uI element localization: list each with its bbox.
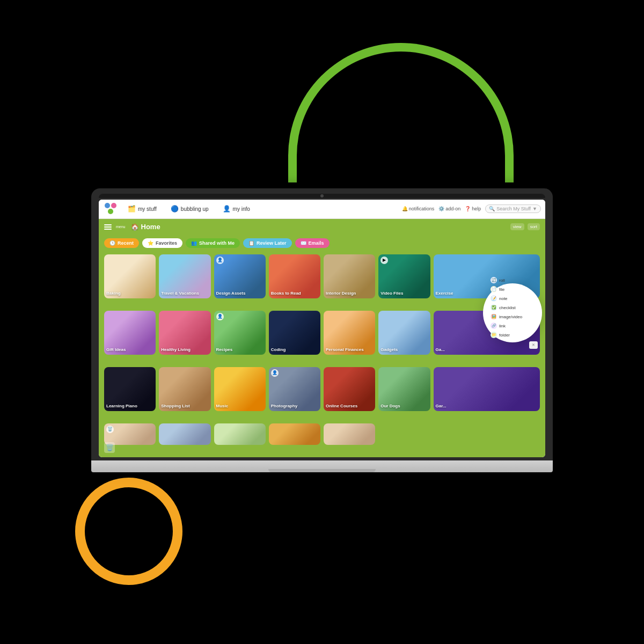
context-note[interactable]: 📝 note: [489, 295, 509, 302]
tile-coding-label: Coding: [271, 347, 318, 353]
notifications-icon: 🔔: [402, 206, 408, 211]
context-file[interactable]: 📄 file: [489, 286, 506, 293]
tile-online-label: Online Courses: [326, 404, 373, 409]
note-icon: 📝: [491, 295, 497, 302]
emails-label: Emails: [309, 240, 324, 246]
context-folder[interactable]: 📁 folder: [489, 331, 511, 339]
nav-tab-my-info[interactable]: 👤 my info: [218, 203, 254, 214]
image-video-icon: 🖼️: [491, 313, 497, 320]
tile-interior[interactable]: Interior Design: [324, 254, 375, 298]
tile-design[interactable]: 👤 Design Assets: [214, 254, 266, 298]
app-logo[interactable]: [103, 201, 118, 216]
tile-gaming2[interactable]: Gar...: [434, 367, 540, 411]
menu-label: menu: [116, 225, 126, 229]
view-button[interactable]: view: [510, 223, 524, 230]
shared-label: Shared with Me: [199, 240, 235, 246]
laptop: 🗂️ my stuff 🔵 bubbling up 👤 my info: [91, 188, 553, 472]
add-on-icon: ⚙️: [438, 206, 444, 211]
svg-point-0: [105, 203, 110, 208]
app-ui: 🗂️ my stuff 🔵 bubbling up 👤 my info: [99, 200, 545, 457]
filter-favorites[interactable]: ⭐ Favorites: [142, 238, 182, 248]
video-badge: ▶: [380, 257, 388, 264]
tile-travel[interactable]: Travel & Vacations: [159, 254, 210, 298]
tile-online[interactable]: Online Courses: [324, 367, 375, 411]
tile-misc5[interactable]: [324, 423, 375, 445]
tile-healthy[interactable]: Healthy Living: [159, 311, 210, 355]
filter-review[interactable]: 📋 Review Later: [243, 238, 292, 248]
close-icon: ✕: [530, 342, 537, 348]
notifications-label: notifications: [409, 206, 435, 211]
tile-books-label: Books to Read: [271, 291, 318, 296]
tile-baking[interactable]: Baking: [104, 254, 156, 298]
tile-music[interactable]: Music: [214, 367, 266, 411]
link-icon: 🔗: [491, 323, 497, 329]
filter-recent[interactable]: 🕒 Recent: [104, 238, 139, 248]
checklist-label: checklist: [499, 305, 516, 310]
context-close[interactable]: ✕: [529, 341, 538, 349]
home-label: Home: [141, 223, 160, 231]
roll-icon: 🔄: [491, 277, 497, 283]
help-icon: ❓: [465, 206, 471, 211]
my-info-icon: 👤: [223, 205, 231, 213]
review-icon: 📋: [248, 240, 254, 246]
tile-coding[interactable]: Coding: [269, 311, 320, 355]
sort-button[interactable]: sort: [528, 223, 540, 230]
tile-dogs[interactable]: Our Dogs: [378, 367, 430, 411]
tile-piano-label: Learning Piano: [106, 404, 153, 409]
help-label: help: [472, 206, 481, 211]
tile-books[interactable]: Books to Read: [269, 254, 320, 298]
design-badge: 👤: [216, 257, 224, 264]
tile-gadgets[interactable]: Gadgets: [378, 311, 430, 355]
filter-shared[interactable]: 👥 Shared with Me: [186, 238, 240, 248]
nav-tab-my-info-label: my info: [233, 206, 250, 212]
search-dropdown-icon: ▼: [532, 206, 537, 211]
menu-button[interactable]: [104, 224, 112, 230]
context-image-video[interactable]: 🖼️ image/video: [489, 313, 523, 320]
delete-icon[interactable]: 🗑️: [104, 442, 115, 453]
image-video-label: image/video: [499, 314, 522, 319]
context-roll[interactable]: 🔄 roll: [489, 276, 506, 284]
context-menu: 🔄 roll 📄 file 📝 note: [483, 283, 542, 342]
tile-finance-label: Personal Finances: [326, 347, 373, 353]
tile-photo-label: Photography: [271, 404, 318, 409]
context-checklist[interactable]: ✅ checklist: [489, 304, 517, 311]
menu-line-1: [104, 224, 112, 225]
tile-video[interactable]: ▶ Video Files: [378, 254, 430, 298]
tile-dogs-label: Our Dogs: [380, 404, 428, 409]
tile-photo[interactable]: 👤 Photography: [269, 367, 320, 411]
nav-tab-bubbling-up[interactable]: 🔵 bubbling up: [166, 203, 213, 214]
nav-tab-bubbling-label: bubbling up: [181, 206, 209, 212]
checklist-icon: ✅: [491, 304, 497, 311]
emails-icon: ✉️: [301, 240, 306, 246]
tile-music-label: Music: [216, 404, 264, 409]
nav-tab-my-stuff[interactable]: 🗂️ my stuff: [123, 203, 161, 214]
recipes-badge: 👤: [216, 313, 224, 320]
tile-video-label: Video Files: [380, 291, 428, 296]
tile-piano[interactable]: Learning Piano: [104, 367, 156, 411]
help-action[interactable]: ❓ help: [465, 206, 481, 211]
tile-finance[interactable]: Personal Finances: [324, 311, 375, 355]
tile-gift[interactable]: Gift Ideas: [104, 311, 156, 355]
context-link[interactable]: 🔗 link: [489, 322, 507, 330]
search-bar[interactable]: 🔍 Search My Stuff ▼: [485, 204, 541, 213]
tile-misc3[interactable]: [214, 423, 266, 445]
filter-emails[interactable]: ✉️ Emails: [295, 238, 330, 248]
tile-baking-label: Baking: [106, 291, 153, 296]
svg-point-2: [108, 209, 113, 214]
roll-label: roll: [499, 278, 505, 283]
orange-circle-decoration: [75, 478, 182, 585]
tile-shopping[interactable]: Shopping List: [159, 367, 210, 411]
nav-actions: 🔔 notifications ⚙️ add-on ❓ help: [402, 204, 541, 213]
tile-recipes[interactable]: 👤 Recipes: [214, 311, 266, 355]
top-nav: 🗂️ my stuff 🔵 bubbling up 👤 my info: [99, 200, 545, 219]
home-area[interactable]: 🏠 Home: [131, 223, 160, 231]
tile-misc1[interactable]: 🗑️: [104, 423, 156, 445]
tile-misc4[interactable]: [269, 423, 320, 445]
notifications-action[interactable]: 🔔 notifications: [402, 206, 435, 211]
add-on-action[interactable]: ⚙️ add-on: [438, 206, 460, 211]
tile-misc2[interactable]: [159, 423, 210, 445]
home-icon: 🏠: [131, 223, 139, 231]
my-stuff-icon: 🗂️: [128, 205, 136, 213]
add-on-label: add-on: [445, 206, 460, 211]
svg-point-1: [111, 203, 116, 208]
